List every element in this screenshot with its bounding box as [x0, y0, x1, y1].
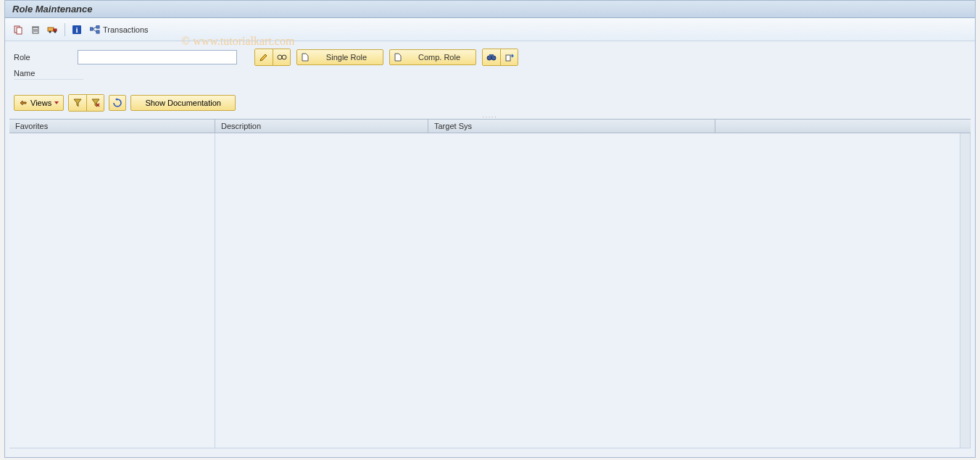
pencil-edit-button[interactable]	[255, 49, 273, 65]
vertical-scrollbar[interactable]	[960, 133, 970, 448]
role-row: Role Single Role Comp. Role	[14, 49, 966, 66]
svg-line-16	[93, 27, 96, 29]
show-documentation-button[interactable]: Show Documentation	[130, 95, 236, 111]
role-input[interactable]	[78, 50, 237, 64]
svg-rect-7	[48, 28, 54, 31]
svg-point-19	[282, 55, 286, 59]
binoculars-button[interactable]	[483, 49, 500, 65]
name-label: Name	[14, 69, 72, 78]
grid-body	[9, 133, 971, 448]
svg-rect-1	[17, 28, 22, 34]
filter-button[interactable]	[69, 95, 86, 111]
info-icon[interactable]: i	[70, 22, 84, 37]
single-role-label: Single Role	[315, 53, 378, 62]
svg-rect-14	[96, 25, 99, 28]
svg-point-9	[49, 30, 51, 33]
document-icon	[394, 53, 402, 62]
pencil-icon	[259, 53, 268, 62]
export-arrow-icon	[505, 53, 514, 62]
svg-rect-24	[506, 55, 510, 61]
transactions-button[interactable]: Transactions	[87, 24, 151, 35]
name-row: Name	[14, 69, 83, 80]
main-toolbar: i Transactions	[5, 18, 975, 41]
svg-rect-23	[489, 54, 494, 57]
trash-icon[interactable]	[28, 22, 43, 37]
svg-line-17	[93, 29, 96, 32]
sub-toolbar: Views Show Documentation	[5, 84, 975, 116]
svg-rect-15	[96, 30, 99, 33]
views-dropdown[interactable]: Views	[14, 95, 64, 111]
svg-rect-13	[90, 28, 93, 30]
comp-role-label: Comp. Role	[407, 53, 471, 62]
column-description[interactable]: Description	[215, 120, 428, 133]
column-blank	[715, 120, 971, 133]
svg-point-18	[278, 55, 282, 59]
glasses-display-button[interactable]	[273, 49, 290, 65]
transactions-label: Transactions	[103, 25, 149, 34]
svg-text:i: i	[75, 25, 78, 34]
flow-icon	[90, 25, 100, 34]
chevron-down-icon	[54, 101, 59, 104]
svg-point-10	[54, 30, 57, 33]
transport-icon[interactable]	[46, 22, 60, 37]
views-label: Views	[30, 99, 51, 107]
page-title: Role Maintenance	[5, 1, 975, 18]
grid-header: Favorites Description Target Sys	[9, 119, 971, 133]
comp-role-button[interactable]: Comp. Role	[389, 49, 476, 65]
document-icon	[302, 53, 309, 62]
toolbar-divider	[65, 23, 65, 36]
form-area: Role Single Role Comp. Role	[5, 41, 975, 84]
single-role-button[interactable]: Single Role	[296, 49, 383, 65]
column-target-sys[interactable]: Target Sys	[428, 120, 715, 133]
column-favorites[interactable]: Favorites	[9, 120, 215, 133]
filter-clear-button[interactable]	[86, 95, 104, 111]
funnel-icon	[73, 99, 82, 107]
details-pane[interactable]	[215, 133, 971, 448]
edit-display-pair	[254, 49, 291, 66]
export-button[interactable]	[500, 49, 518, 65]
binoculars-icon	[486, 53, 497, 62]
extra-pair	[482, 49, 518, 66]
refresh-icon	[113, 99, 122, 107]
funnel-x-icon	[91, 99, 100, 107]
app-window: Role Maintenance i Transactions © www.tu…	[4, 0, 976, 458]
filter-pair	[68, 94, 104, 112]
role-label: Role	[14, 53, 72, 62]
refresh-button[interactable]	[109, 95, 126, 111]
hand-point-icon	[19, 99, 28, 107]
favorites-pane[interactable]	[9, 133, 215, 448]
glasses-icon	[277, 54, 287, 61]
copy-icon[interactable]	[11, 22, 25, 37]
